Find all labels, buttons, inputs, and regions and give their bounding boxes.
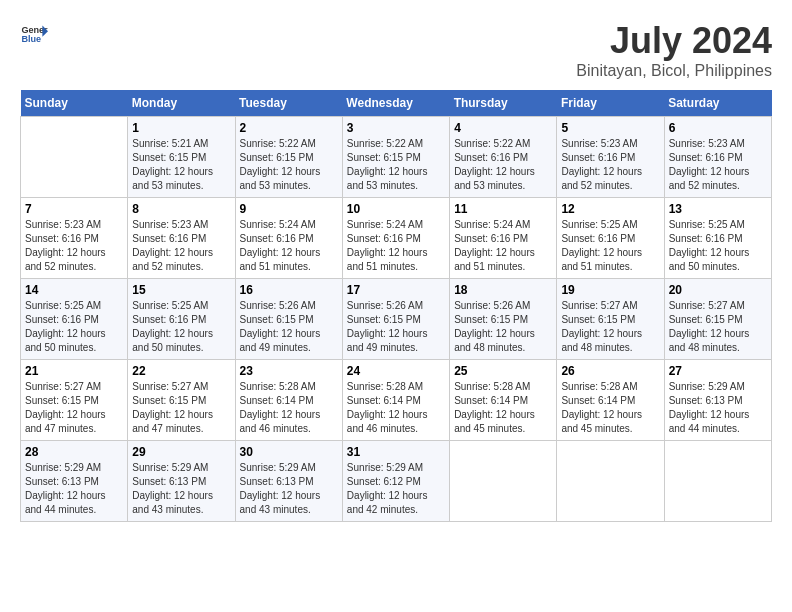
- calendar-cell: 13Sunrise: 5:25 AMSunset: 6:16 PMDayligh…: [664, 198, 771, 279]
- day-number: 1: [132, 121, 230, 135]
- calendar-cell: 9Sunrise: 5:24 AMSunset: 6:16 PMDaylight…: [235, 198, 342, 279]
- day-info: Sunrise: 5:25 AMSunset: 6:16 PMDaylight:…: [561, 218, 659, 274]
- header-day: Thursday: [450, 90, 557, 117]
- day-number: 3: [347, 121, 445, 135]
- calendar-cell: 17Sunrise: 5:26 AMSunset: 6:15 PMDayligh…: [342, 279, 449, 360]
- day-number: 12: [561, 202, 659, 216]
- day-number: 22: [132, 364, 230, 378]
- calendar-cell: 23Sunrise: 5:28 AMSunset: 6:14 PMDayligh…: [235, 360, 342, 441]
- day-info: Sunrise: 5:26 AMSunset: 6:15 PMDaylight:…: [347, 299, 445, 355]
- calendar-cell: 10Sunrise: 5:24 AMSunset: 6:16 PMDayligh…: [342, 198, 449, 279]
- calendar-cell: 18Sunrise: 5:26 AMSunset: 6:15 PMDayligh…: [450, 279, 557, 360]
- day-info: Sunrise: 5:27 AMSunset: 6:15 PMDaylight:…: [561, 299, 659, 355]
- day-info: Sunrise: 5:24 AMSunset: 6:16 PMDaylight:…: [347, 218, 445, 274]
- day-info: Sunrise: 5:26 AMSunset: 6:15 PMDaylight:…: [240, 299, 338, 355]
- calendar-cell: 25Sunrise: 5:28 AMSunset: 6:14 PMDayligh…: [450, 360, 557, 441]
- calendar-week-row: 14Sunrise: 5:25 AMSunset: 6:16 PMDayligh…: [21, 279, 772, 360]
- calendar-cell: 7Sunrise: 5:23 AMSunset: 6:16 PMDaylight…: [21, 198, 128, 279]
- calendar-cell: [21, 117, 128, 198]
- calendar-cell: 27Sunrise: 5:29 AMSunset: 6:13 PMDayligh…: [664, 360, 771, 441]
- day-info: Sunrise: 5:28 AMSunset: 6:14 PMDaylight:…: [454, 380, 552, 436]
- main-title: July 2024: [576, 20, 772, 62]
- day-number: 31: [347, 445, 445, 459]
- day-info: Sunrise: 5:27 AMSunset: 6:15 PMDaylight:…: [669, 299, 767, 355]
- day-number: 29: [132, 445, 230, 459]
- day-number: 14: [25, 283, 123, 297]
- header-day: Monday: [128, 90, 235, 117]
- day-number: 15: [132, 283, 230, 297]
- day-info: Sunrise: 5:28 AMSunset: 6:14 PMDaylight:…: [347, 380, 445, 436]
- day-number: 27: [669, 364, 767, 378]
- calendar-cell: 28Sunrise: 5:29 AMSunset: 6:13 PMDayligh…: [21, 441, 128, 522]
- day-number: 11: [454, 202, 552, 216]
- day-info: Sunrise: 5:23 AMSunset: 6:16 PMDaylight:…: [25, 218, 123, 274]
- day-info: Sunrise: 5:29 AMSunset: 6:13 PMDaylight:…: [669, 380, 767, 436]
- calendar-cell: 20Sunrise: 5:27 AMSunset: 6:15 PMDayligh…: [664, 279, 771, 360]
- day-number: 28: [25, 445, 123, 459]
- day-info: Sunrise: 5:21 AMSunset: 6:15 PMDaylight:…: [132, 137, 230, 193]
- title-area: July 2024 Binitayan, Bicol, Philippines: [576, 20, 772, 80]
- calendar-cell: 30Sunrise: 5:29 AMSunset: 6:13 PMDayligh…: [235, 441, 342, 522]
- calendar-cell: [557, 441, 664, 522]
- calendar-cell: 26Sunrise: 5:28 AMSunset: 6:14 PMDayligh…: [557, 360, 664, 441]
- day-info: Sunrise: 5:25 AMSunset: 6:16 PMDaylight:…: [25, 299, 123, 355]
- day-number: 17: [347, 283, 445, 297]
- header-day: Sunday: [21, 90, 128, 117]
- day-number: 25: [454, 364, 552, 378]
- calendar-cell: 2Sunrise: 5:22 AMSunset: 6:15 PMDaylight…: [235, 117, 342, 198]
- day-info: Sunrise: 5:24 AMSunset: 6:16 PMDaylight:…: [240, 218, 338, 274]
- calendar-cell: 11Sunrise: 5:24 AMSunset: 6:16 PMDayligh…: [450, 198, 557, 279]
- calendar-cell: 3Sunrise: 5:22 AMSunset: 6:15 PMDaylight…: [342, 117, 449, 198]
- header-day: Wednesday: [342, 90, 449, 117]
- header-day: Tuesday: [235, 90, 342, 117]
- logo-icon: General Blue: [20, 20, 48, 48]
- calendar-table: SundayMondayTuesdayWednesdayThursdayFrid…: [20, 90, 772, 522]
- day-info: Sunrise: 5:29 AMSunset: 6:13 PMDaylight:…: [240, 461, 338, 517]
- day-info: Sunrise: 5:29 AMSunset: 6:13 PMDaylight:…: [132, 461, 230, 517]
- day-info: Sunrise: 5:29 AMSunset: 6:12 PMDaylight:…: [347, 461, 445, 517]
- calendar-cell: 1Sunrise: 5:21 AMSunset: 6:15 PMDaylight…: [128, 117, 235, 198]
- calendar-week-row: 7Sunrise: 5:23 AMSunset: 6:16 PMDaylight…: [21, 198, 772, 279]
- header-day: Saturday: [664, 90, 771, 117]
- day-number: 26: [561, 364, 659, 378]
- calendar-cell: 22Sunrise: 5:27 AMSunset: 6:15 PMDayligh…: [128, 360, 235, 441]
- day-info: Sunrise: 5:23 AMSunset: 6:16 PMDaylight:…: [132, 218, 230, 274]
- day-info: Sunrise: 5:25 AMSunset: 6:16 PMDaylight:…: [132, 299, 230, 355]
- calendar-cell: 8Sunrise: 5:23 AMSunset: 6:16 PMDaylight…: [128, 198, 235, 279]
- subtitle: Binitayan, Bicol, Philippines: [576, 62, 772, 80]
- svg-text:Blue: Blue: [21, 34, 41, 44]
- day-info: Sunrise: 5:23 AMSunset: 6:16 PMDaylight:…: [561, 137, 659, 193]
- day-info: Sunrise: 5:22 AMSunset: 6:16 PMDaylight:…: [454, 137, 552, 193]
- day-info: Sunrise: 5:28 AMSunset: 6:14 PMDaylight:…: [240, 380, 338, 436]
- day-info: Sunrise: 5:28 AMSunset: 6:14 PMDaylight:…: [561, 380, 659, 436]
- calendar-cell: 16Sunrise: 5:26 AMSunset: 6:15 PMDayligh…: [235, 279, 342, 360]
- calendar-week-row: 28Sunrise: 5:29 AMSunset: 6:13 PMDayligh…: [21, 441, 772, 522]
- calendar-cell: 5Sunrise: 5:23 AMSunset: 6:16 PMDaylight…: [557, 117, 664, 198]
- calendar-cell: 12Sunrise: 5:25 AMSunset: 6:16 PMDayligh…: [557, 198, 664, 279]
- day-info: Sunrise: 5:25 AMSunset: 6:16 PMDaylight:…: [669, 218, 767, 274]
- day-number: 19: [561, 283, 659, 297]
- day-number: 6: [669, 121, 767, 135]
- day-info: Sunrise: 5:24 AMSunset: 6:16 PMDaylight:…: [454, 218, 552, 274]
- calendar-cell: [450, 441, 557, 522]
- day-info: Sunrise: 5:22 AMSunset: 6:15 PMDaylight:…: [347, 137, 445, 193]
- header-row: SundayMondayTuesdayWednesdayThursdayFrid…: [21, 90, 772, 117]
- header-day: Friday: [557, 90, 664, 117]
- calendar-cell: 6Sunrise: 5:23 AMSunset: 6:16 PMDaylight…: [664, 117, 771, 198]
- day-number: 30: [240, 445, 338, 459]
- day-number: 10: [347, 202, 445, 216]
- calendar-cell: 19Sunrise: 5:27 AMSunset: 6:15 PMDayligh…: [557, 279, 664, 360]
- day-info: Sunrise: 5:26 AMSunset: 6:15 PMDaylight:…: [454, 299, 552, 355]
- calendar-cell: 15Sunrise: 5:25 AMSunset: 6:16 PMDayligh…: [128, 279, 235, 360]
- day-number: 8: [132, 202, 230, 216]
- calendar-week-row: 1Sunrise: 5:21 AMSunset: 6:15 PMDaylight…: [21, 117, 772, 198]
- day-info: Sunrise: 5:23 AMSunset: 6:16 PMDaylight:…: [669, 137, 767, 193]
- day-number: 20: [669, 283, 767, 297]
- day-number: 23: [240, 364, 338, 378]
- day-number: 21: [25, 364, 123, 378]
- day-number: 9: [240, 202, 338, 216]
- page-header: General Blue July 2024 Binitayan, Bicol,…: [20, 20, 772, 80]
- day-info: Sunrise: 5:29 AMSunset: 6:13 PMDaylight:…: [25, 461, 123, 517]
- calendar-cell: 14Sunrise: 5:25 AMSunset: 6:16 PMDayligh…: [21, 279, 128, 360]
- day-info: Sunrise: 5:27 AMSunset: 6:15 PMDaylight:…: [25, 380, 123, 436]
